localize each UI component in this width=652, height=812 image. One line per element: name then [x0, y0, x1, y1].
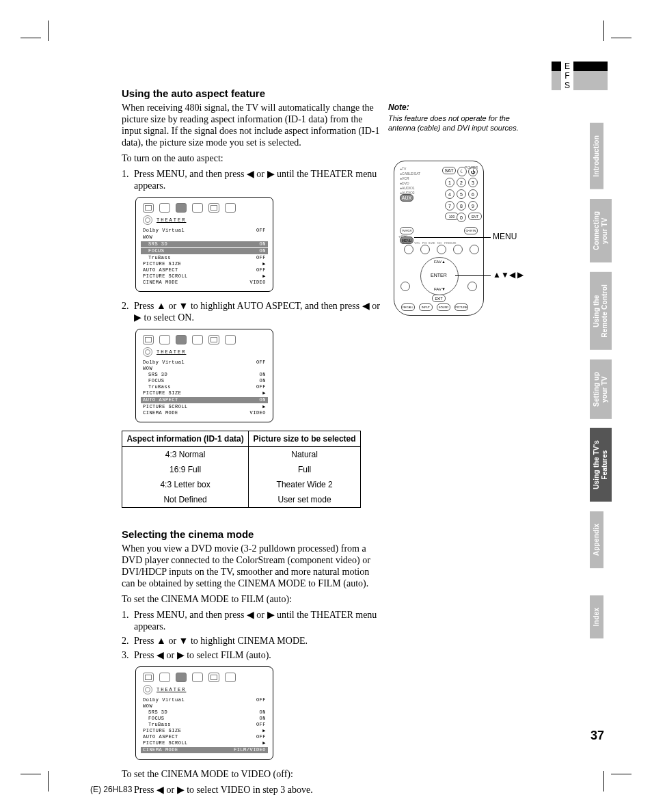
main-content: Using the auto aspect feature When recei…	[122, 87, 539, 800]
step-s2-2: Press ▲ or ▼ to highlight CINEMA MODE.	[134, 636, 308, 646]
osd-v: ON	[260, 378, 266, 384]
side-tab-setup: Setting upyour TV	[590, 360, 612, 419]
lang-indicator-e	[552, 62, 561, 71]
table-row: 4:3 NormalNatural	[122, 447, 361, 463]
step-s1-1: Press MENU, and then press ◀ or ▶ until …	[134, 169, 377, 191]
crop-mark-bl	[21, 750, 62, 791]
para-s2-2: To set the CINEMA MODE to FILM (auto):	[122, 593, 539, 605]
osd-icon	[208, 673, 219, 682]
osd-v: OFF	[256, 697, 266, 703]
osd-v: ON	[260, 709, 266, 716]
aspect-table: Aspect information (ID-1 data) Picture s…	[122, 431, 361, 508]
lang-indicator-s	[552, 81, 561, 90]
osd-k: SRS 3D	[143, 241, 167, 247]
table-header-aspect: Aspect information (ID-1 data)	[122, 431, 249, 447]
page-number: 37	[590, 729, 604, 743]
osd-icon	[192, 203, 203, 213]
osd-k: CINEMA MODE	[143, 747, 178, 753]
table-cell: User set mode	[249, 492, 361, 508]
osd-k: Dolby Virtual	[143, 697, 185, 703]
table-cell: 4:3 Letter box	[122, 477, 249, 492]
osd-title: THEATER	[157, 217, 186, 224]
crop-mark-br	[590, 750, 631, 791]
osd-k: TruBass	[143, 384, 171, 390]
osd-icon	[225, 673, 236, 682]
side-tabs: Introduction Connectingyour TV Using the…	[590, 123, 608, 649]
osd-icon	[176, 673, 187, 682]
projector-icon	[143, 347, 152, 357]
osd-v: ▶	[262, 404, 266, 410]
osd-icon	[143, 335, 154, 344]
para-s1-2: To turn on the auto aspect:	[122, 152, 539, 164]
osd-k: FOCUS	[143, 378, 165, 384]
osd-v: OFF	[256, 734, 266, 740]
osd-v: ▶	[262, 740, 266, 746]
osd-k: PICTURE SIZE	[143, 390, 181, 396]
table-row: 16:9 FullFull	[122, 462, 361, 477]
table-header-picsize: Picture size to be selected	[249, 431, 361, 447]
para-s2-3: To set the CINEMA MODE to VIDEO (off):	[122, 768, 539, 780]
osd-k: CINEMA MODE	[143, 410, 178, 416]
lang-bar-f	[573, 71, 608, 81]
osd-v: OFF	[256, 228, 266, 234]
osd-icon	[143, 203, 154, 213]
table-cell: Not Defined	[122, 492, 249, 508]
osd-v: VIDEO	[249, 410, 266, 416]
osd-v: FILM/VIDEO	[234, 747, 266, 753]
projector-icon	[143, 685, 152, 694]
osd-v: VIDEO	[249, 280, 266, 286]
lang-row-f: F	[552, 71, 608, 81]
table-cell: 4:3 Normal	[122, 447, 249, 463]
lang-bar-s	[573, 81, 608, 90]
osd-icon	[143, 673, 154, 682]
side-tab-connecting: Connectingyour TV	[590, 199, 612, 262]
osd-k: AUTO ASPECT	[143, 267, 178, 273]
osd-icon	[192, 335, 203, 344]
osd-screenshot-2: THEATER Dolby VirtualOFF WOW SRS 3DON FO…	[135, 329, 273, 422]
osd-k: PICTURE SCROLL	[143, 740, 188, 746]
osd-v: OFF	[256, 384, 266, 390]
side-tab-features: Using the TV'sFeatures	[590, 428, 612, 502]
osd-k: CINEMA MODE	[143, 280, 178, 286]
osd-icon	[176, 335, 187, 344]
language-tabs: E F S	[552, 62, 608, 90]
osd-icon	[159, 203, 170, 213]
osd-v: ▶	[262, 728, 266, 734]
osd-k: WOW	[143, 366, 152, 372]
projector-icon	[143, 215, 152, 225]
table-row: 4:3 Letter boxTheater Wide 2	[122, 477, 361, 492]
lang-row-s: S	[552, 81, 608, 90]
heading-cinema-mode: Selecting the cinema mode	[122, 528, 539, 540]
osd-k: AUTO ASPECT	[143, 734, 178, 740]
osd-icon	[159, 335, 170, 344]
para-s2-4: Press ◀ or ▶ to select VIDEO in step 3 a…	[134, 784, 539, 796]
osd-title: THEATER	[157, 349, 186, 355]
osd-k: PICTURE SCROLL	[143, 404, 188, 410]
osd-v: ▶	[262, 261, 266, 267]
step-s2-1: Press MENU, and then press ◀ or ▶ until …	[134, 610, 377, 632]
lang-letter-s: S	[561, 81, 573, 90]
lang-letter-e: E	[561, 62, 573, 71]
lang-indicator-f	[552, 71, 561, 81]
osd-screenshot-3: THEATER Dolby VirtualOFF WOW SRS 3DON FO…	[135, 666, 273, 760]
footer-model: (E) 26HL83	[90, 785, 132, 794]
step-s1-2: Press ▲ or ▼ to highlight AUTO ASPECT, a…	[134, 301, 380, 323]
osd-k: Dolby Virtual	[143, 360, 185, 366]
osd-k: TruBass	[143, 255, 171, 261]
osd-v: ON	[260, 248, 266, 254]
osd-icon	[192, 673, 203, 682]
osd-v: OFF	[256, 722, 266, 728]
osd-k: SRS 3D	[143, 709, 167, 716]
side-tab-appendix: Appendix	[590, 511, 603, 568]
osd-icon	[176, 203, 187, 213]
osd-v: ON	[260, 372, 266, 378]
osd-k: PICTURE SIZE	[143, 261, 181, 267]
osd-k: FOCUS	[143, 716, 165, 722]
side-tab-introduction: Introduction	[590, 123, 603, 189]
osd-k: AUTO ASPECT	[143, 397, 178, 403]
crop-mark-tr	[590, 21, 631, 62]
osd-screenshot-1: THEATER Dolby VirtualOFF WOW SRS 3DON FO…	[135, 197, 273, 292]
osd-v: ▶	[262, 390, 266, 396]
osd-v: OFF	[256, 255, 266, 261]
lang-letter-f: F	[561, 71, 573, 81]
